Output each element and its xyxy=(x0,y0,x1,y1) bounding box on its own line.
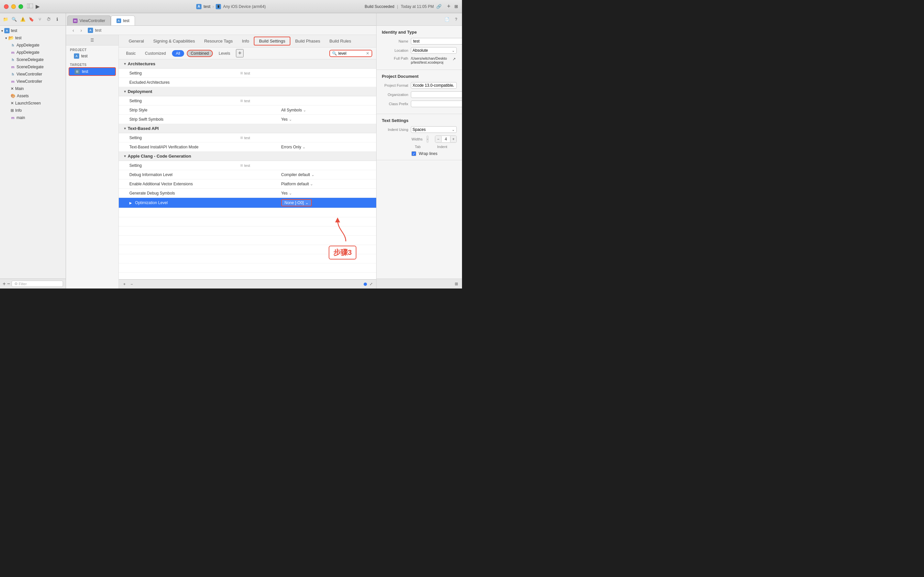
add-bottom-icon[interactable]: + xyxy=(121,281,128,287)
link-icon[interactable]: 🔗 xyxy=(436,4,441,9)
filter-all[interactable]: All xyxy=(172,50,184,57)
name-input[interactable] xyxy=(411,38,462,45)
layout-icon[interactable]: ⊞ xyxy=(454,4,458,9)
sidebar-item-appdelegate-m[interactable]: m AppDelegate xyxy=(0,49,66,56)
add-build-setting[interactable]: + xyxy=(236,49,244,57)
sidebar-item-launchscreen[interactable]: ✕ LaunchScreen xyxy=(0,100,66,107)
quick-help-icon[interactable]: ? xyxy=(453,16,459,23)
back-button[interactable]: ‹ xyxy=(70,27,77,34)
strip-swift-target xyxy=(237,118,277,121)
class-prefix-input[interactable] xyxy=(411,101,462,107)
search-input[interactable] xyxy=(338,51,365,56)
sidebar-item-main-m[interactable]: m main xyxy=(0,114,66,121)
remove-file-button[interactable]: − xyxy=(7,281,10,287)
dep-setting-label: Setting xyxy=(119,97,237,105)
sidebar-item-folder[interactable]: ▾ 📂 test xyxy=(0,34,66,42)
file-inspector-icon[interactable]: 📄 xyxy=(444,16,450,23)
sidebar-item-project-root[interactable]: ▾ A test xyxy=(0,27,66,34)
project-format-select[interactable]: Xcode 13.0-compatible xyxy=(411,82,457,89)
vector-ext-target xyxy=(237,183,277,185)
tab-decrement[interactable]: − xyxy=(427,136,428,142)
forward-button[interactable]: › xyxy=(78,27,84,34)
sidebar-item-scenedelegate-h[interactable]: h SceneDelegate xyxy=(0,56,66,63)
tab-info[interactable]: Info xyxy=(237,37,254,45)
row-strip-style: Strip Style All Symbols ⌄ xyxy=(119,105,376,115)
chevron-down-icon: ▾ xyxy=(1,29,3,33)
section-deployment[interactable]: ▾ Deployment xyxy=(119,87,376,96)
tab-signing[interactable]: Signing & Capabilities xyxy=(149,37,199,45)
sidebar-item-appdelegate-h[interactable]: h AppDelegate xyxy=(0,42,66,49)
arch-setting-value xyxy=(277,72,376,74)
vector-ext-value: Platform default ⌄ xyxy=(277,181,376,188)
window-controls[interactable] xyxy=(4,4,23,9)
debug-info-target xyxy=(237,173,277,176)
widths-label: Widths xyxy=(412,137,423,141)
sidebar-item-viewcontroller-m[interactable]: m ViewController xyxy=(0,78,66,85)
org-input[interactable] xyxy=(411,91,462,98)
sidebar-item-info[interactable]: ⊞ Info xyxy=(0,107,66,114)
sidebar-item-scenedelegate-m[interactable]: m SceneDelegate xyxy=(0,63,66,71)
indent-using-select[interactable]: Spaces xyxy=(411,126,457,133)
bookmark-icon[interactable]: 🔖 xyxy=(28,16,34,23)
filter-basic[interactable]: Basic xyxy=(123,50,139,56)
project-nav-item-test[interactable]: A test xyxy=(69,52,116,60)
row-api-setting: Setting ⊞ test xyxy=(119,133,376,142)
close-button[interactable] xyxy=(4,4,8,9)
list-icon[interactable]: ☰ xyxy=(89,37,95,43)
tab-build-settings[interactable]: Build Settings xyxy=(254,37,291,45)
section-clang[interactable]: ▾ Apple Clang - Code Generation xyxy=(119,152,376,161)
opt-level-value: None [-O0] ⌄ xyxy=(277,198,376,208)
warning-icon[interactable]: ⚠️ xyxy=(20,16,26,23)
app-icon: A xyxy=(196,4,202,9)
branch-icon[interactable]: ⑂ xyxy=(37,16,43,23)
tab-resource[interactable]: Resource Tags xyxy=(200,37,237,45)
project-item-icon: A xyxy=(74,53,79,59)
gen-debug-value: Yes ⌄ xyxy=(277,190,376,197)
tab-general[interactable]: General xyxy=(124,37,149,45)
location-select[interactable]: Absolute xyxy=(411,47,457,54)
path-reveal-button[interactable]: ↗ xyxy=(451,56,457,62)
filter-combined[interactable]: Combined xyxy=(187,50,213,57)
viewcontroller-m-label: ViewController xyxy=(16,79,42,84)
settings-tabs: General Signing & Capabilities Resource … xyxy=(119,35,376,47)
history-icon[interactable]: ⏱ xyxy=(45,16,52,23)
tab-stepper: − 4 + xyxy=(427,135,428,143)
sidebar-item-main[interactable]: ✕ Main xyxy=(0,85,66,92)
collapse-arrow-arch: ▾ xyxy=(124,62,126,66)
add-file-button[interactable]: + xyxy=(3,281,6,287)
inspector-bottom-icon[interactable]: ⊞ xyxy=(454,281,459,287)
search-icon[interactable]: 🔍 xyxy=(11,16,17,23)
info-icon[interactable]: ℹ xyxy=(54,16,60,23)
row-opt-level[interactable]: ▶ Optimization Level None [-O0] ⌄ xyxy=(119,198,376,208)
tab-build-rules[interactable]: Build Rules xyxy=(325,37,356,45)
filter-customized[interactable]: Customized xyxy=(142,50,169,56)
sidebar-item-viewcontroller-h[interactable]: h ViewController xyxy=(0,71,66,78)
expand-icon[interactable]: ⤢ xyxy=(368,282,373,287)
filter-levels[interactable]: Levels xyxy=(215,50,234,56)
search-clear-icon[interactable]: ✕ xyxy=(366,51,369,56)
indent-decrement[interactable]: − xyxy=(435,136,441,142)
tab-viewcontroller[interactable]: m ViewController xyxy=(67,16,111,26)
tab-test[interactable]: A test xyxy=(111,16,135,26)
minimize-button[interactable] xyxy=(11,4,16,9)
window-title-area: A test › 📱 Any iOS Device (arm64) xyxy=(196,4,266,9)
section-architectures[interactable]: ▾ Architectures xyxy=(119,60,376,69)
folder-icon[interactable]: 📁 xyxy=(3,16,8,23)
section-text-api[interactable]: ▾ Text-Based API xyxy=(119,124,376,133)
target-nav-item-test[interactable]: ⊞ test xyxy=(69,67,116,76)
play-button[interactable]: ▶ xyxy=(36,3,40,10)
sidebar-toggle-icon[interactable] xyxy=(27,4,33,9)
maximize-button[interactable] xyxy=(18,4,23,9)
tab-build-phases[interactable]: Build Phases xyxy=(291,37,325,45)
sidebar-item-assets[interactable]: 🎨 Assets xyxy=(0,92,66,100)
remove-bottom-icon[interactable]: − xyxy=(129,281,135,287)
indent-increment[interactable]: + xyxy=(451,136,456,142)
section-architectures-label: Architectures xyxy=(128,61,155,66)
editor-area: m ViewController A test ‹ › A test ☰ xyxy=(66,13,376,288)
add-icon[interactable]: + xyxy=(447,3,451,10)
wrap-lines-checkbox[interactable] xyxy=(412,152,416,156)
sidebar-footer: + − ⊙ Filter xyxy=(0,279,66,288)
inspector-panel: 📄 ? Identity and Type Name Location Abso… xyxy=(376,13,462,288)
opt-level-target xyxy=(237,201,277,204)
section-clang-label: Apple Clang - Code Generation xyxy=(128,154,191,159)
